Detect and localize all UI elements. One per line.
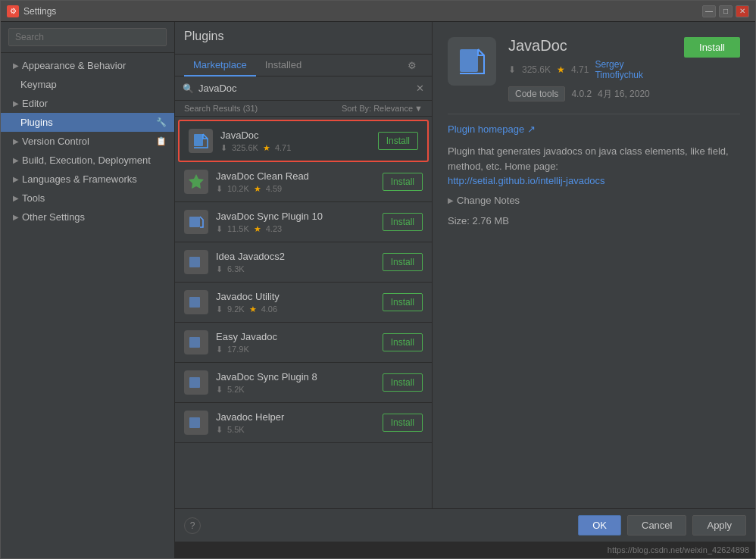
sidebar-item-other[interactable]: ▶ Other Settings: [1, 208, 174, 226]
window-title: Settings: [23, 6, 702, 17]
svg-rect-4: [189, 297, 200, 308]
install-button-javadoc[interactable]: Install: [378, 132, 418, 150]
plugin-list: JavaDoc ⬇ 325.6K ★ 4.71 Install: [175, 117, 432, 508]
star-icon: ★: [254, 224, 261, 234]
plugin-meta-sync-8: ⬇ 5.2K: [216, 385, 375, 395]
rating: 4.06: [261, 304, 277, 314]
maximize-button[interactable]: □: [719, 5, 733, 17]
svg-rect-8: [460, 49, 478, 72]
plugin-list-header: Plugins: [175, 22, 432, 55]
plugin-item-javadocs2[interactable]: Idea Javadocs2 ⬇ 6.3K Install: [175, 242, 432, 283]
sidebar-search-input[interactable]: [8, 28, 167, 46]
plugin-info-clean-read: JavaDoc Clean Read ⬇ 10.2K ★ 4.59: [216, 170, 375, 194]
plugin-icon-easy: [184, 330, 208, 354]
sidebar-item-version-control[interactable]: ▶ Version Control 📋: [1, 132, 174, 151]
search-icon: 🔍: [183, 83, 194, 94]
tab-installed[interactable]: Installed: [256, 55, 311, 77]
tab-marketplace[interactable]: Marketplace: [184, 55, 256, 77]
plugin-item-utility[interactable]: Javadoc Utility ⬇ 9.2K ★ 4.06 Install: [175, 283, 432, 323]
downloads-count: 10.2K: [227, 184, 249, 193]
plugin-detail-header: JavaDoc ⬇ 325.6K ★ 4.71 Sergey Timofiych…: [448, 37, 740, 101]
download-icon: ⬇: [216, 224, 223, 234]
detail-author-link[interactable]: Sergey Timofiychuk: [595, 59, 672, 80]
plugin-name-utility: Javadoc Utility: [216, 291, 375, 302]
sidebar-items-list: ▶ Appearance & Behavior Keymap ▶ Editor …: [1, 53, 174, 558]
plugin-item-easy[interactable]: Easy Javadoc ⬇ 17.9K Install: [175, 323, 432, 363]
detail-version: 4.0.2: [571, 89, 592, 99]
plugin-homepage-link[interactable]: Plugin homepage ↗: [448, 123, 740, 135]
plugin-item-javadoc[interactable]: JavaDoc ⬇ 325.6K ★ 4.71 Install: [178, 120, 429, 162]
sidebar-item-label: Appearance & Behavior: [22, 60, 126, 71]
plugin-meta-javadocs2: ⬇ 6.3K: [216, 264, 375, 274]
plugin-name-sync-8: JavaDoc Sync Plugin 8: [216, 371, 375, 383]
gear-icon[interactable]: ⚙: [401, 55, 423, 76]
install-button-sync-8[interactable]: Install: [383, 373, 423, 392]
detail-install-button[interactable]: Install: [684, 37, 740, 58]
sidebar-item-plugins[interactable]: Plugins 🔧: [1, 113, 174, 132]
apply-button[interactable]: Apply: [692, 515, 746, 536]
download-icon: ⬇: [216, 345, 223, 354]
plugin-meta-helper: ⬇ 5.5K: [216, 425, 375, 435]
titlebar: ⚙ Settings — □ ✕: [1, 1, 755, 22]
plugin-detail-tags: Code tools 4.0.2 4月 16, 2020: [508, 86, 672, 101]
sidebar-item-tools[interactable]: ▶ Tools: [1, 189, 174, 208]
download-icon: ⬇: [220, 143, 227, 153]
plugins-title: Plugins: [184, 30, 423, 43]
plugin-list-panel: Plugins Marketplace Installed ⚙ 🔍 ✕: [175, 22, 433, 508]
install-button-sync-10[interactable]: Install: [383, 213, 423, 231]
plugin-meta-sync-10: ⬇ 11.5K ★ 4.23: [216, 224, 375, 234]
change-notes-toggle[interactable]: ▶ Change Notes: [448, 195, 740, 206]
downloads-count: 5.2K: [227, 385, 245, 394]
sidebar-item-editor[interactable]: ▶ Editor: [1, 94, 174, 113]
search-close-icon[interactable]: ✕: [416, 83, 424, 94]
plugin-description: Plugin that generates javadocs on java c…: [448, 144, 740, 189]
plugin-info-javadocs2: Idea Javadocs2 ⬇ 6.3K: [216, 251, 375, 274]
ok-button[interactable]: OK: [578, 515, 621, 536]
window-icon: ⚙: [7, 5, 19, 17]
svg-rect-0: [194, 134, 203, 146]
download-icon: ⬇: [216, 184, 223, 194]
arrow-icon: ▶: [13, 99, 19, 108]
plugin-icon-utility: [184, 290, 208, 314]
svg-rect-6: [189, 377, 200, 388]
main-content: ▶ Appearance & Behavior Keymap ▶ Editor …: [1, 22, 755, 558]
plugin-item-sync-8[interactable]: JavaDoc Sync Plugin 8 ⬇ 5.2K Install: [175, 363, 432, 403]
install-button-easy[interactable]: Install: [383, 333, 423, 351]
sidebar-item-appearance[interactable]: ▶ Appearance & Behavior: [1, 56, 174, 75]
install-button-utility[interactable]: Install: [383, 293, 423, 311]
downloads-count: 6.3K: [227, 264, 245, 273]
plugin-detail-icon: [448, 37, 496, 86]
plugin-item-clean-read[interactable]: JavaDoc Clean Read ⬇ 10.2K ★ 4.59 Instal…: [175, 162, 432, 202]
minimize-button[interactable]: —: [702, 5, 716, 17]
window-controls: — □ ✕: [702, 5, 749, 17]
desc-url[interactable]: http://setial.github.io/intellij-javadoc…: [448, 175, 604, 186]
downloads-count: 9.2K: [227, 304, 245, 314]
plugin-name-javadoc: JavaDoc: [220, 130, 370, 141]
plugin-icon-sync-8: [184, 370, 208, 395]
sort-dropdown[interactable]: Sort By: Relevance ▼: [342, 104, 423, 113]
sidebar-item-languages[interactable]: ▶ Languages & Frameworks: [1, 170, 174, 189]
plugin-size: Size: 2.76 MB: [448, 215, 740, 226]
sidebar-item-label: Languages & Frameworks: [22, 173, 137, 185]
svg-rect-3: [189, 257, 200, 267]
plugin-tabs: Marketplace Installed ⚙: [175, 55, 432, 77]
plugin-search-input[interactable]: [198, 83, 411, 94]
plugin-icon-helper: [184, 411, 208, 435]
install-button-javadocs2[interactable]: Install: [383, 253, 423, 271]
chevron-right-icon: ▶: [448, 196, 454, 205]
help-button[interactable]: ?: [184, 517, 201, 534]
plugin-item-sync-10[interactable]: JavaDoc Sync Plugin 10 ⬇ 11.5K ★ 4.23 In…: [175, 202, 432, 242]
downloads-count: 17.9K: [227, 345, 249, 354]
install-button-clean-read[interactable]: Install: [383, 173, 423, 191]
plugin-item-helper[interactable]: Javadoc Helper ⬇ 5.5K Install: [175, 403, 432, 443]
cancel-button[interactable]: Cancel: [627, 515, 686, 536]
plugin-search-bar: 🔍 ✕: [175, 77, 432, 101]
sidebar-item-keymap[interactable]: Keymap: [1, 75, 174, 94]
sidebar-item-label: Editor: [22, 98, 48, 109]
install-button-helper[interactable]: Install: [383, 414, 423, 432]
bottom-bar: ? OK Cancel Apply: [175, 508, 755, 542]
plugin-info-helper: Javadoc Helper ⬇ 5.5K: [216, 411, 375, 435]
close-button[interactable]: ✕: [736, 5, 749, 17]
plugin-detail-info: JavaDoc ⬇ 325.6K ★ 4.71 Sergey Timofiych…: [508, 37, 672, 101]
sidebar-item-build[interactable]: ▶ Build, Execution, Deployment: [1, 151, 174, 170]
